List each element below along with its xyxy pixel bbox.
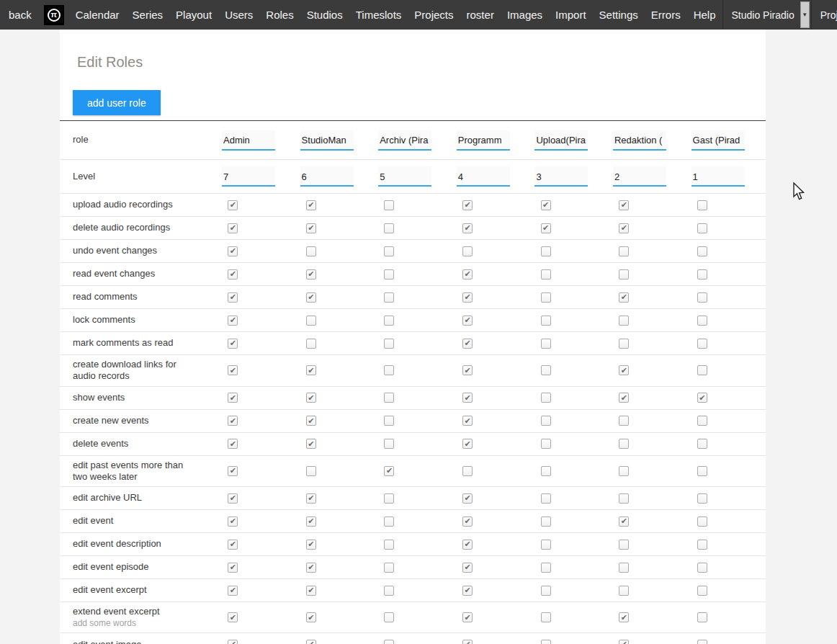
permission-checkbox[interactable] [462, 200, 473, 210]
role-name-input-2[interactable] [378, 130, 431, 151]
permission-checkbox[interactable] [619, 439, 629, 449]
permission-checkbox[interactable] [541, 316, 551, 326]
permission-checkbox[interactable] [228, 269, 238, 279]
nav-item-timeslots[interactable]: Timeslots [349, 0, 408, 30]
permission-checkbox[interactable] [541, 563, 551, 573]
nav-item-calendar[interactable]: Calendar [69, 0, 126, 30]
permission-checkbox[interactable] [462, 563, 473, 573]
level-input-4[interactable] [534, 166, 588, 187]
nav-item-settings[interactable]: Settings [593, 0, 645, 30]
back-link[interactable]: back [0, 0, 39, 30]
level-input-3[interactable] [457, 166, 510, 187]
permission-checkbox[interactable] [541, 292, 551, 303]
permission-checkbox[interactable] [697, 246, 707, 256]
role-name-input-6[interactable] [691, 130, 745, 151]
permission-checkbox[interactable] [619, 269, 629, 279]
permission-checkbox[interactable] [306, 586, 316, 596]
permission-checkbox[interactable] [306, 365, 316, 375]
permission-checkbox[interactable] [697, 540, 707, 550]
nav-item-import[interactable]: Import [549, 0, 593, 30]
permission-checkbox[interactable] [462, 316, 473, 326]
permission-checkbox[interactable] [619, 292, 629, 303]
permission-checkbox[interactable] [541, 269, 551, 279]
permission-checkbox[interactable] [697, 393, 707, 403]
permission-checkbox[interactable] [541, 339, 551, 349]
permission-checkbox[interactable] [306, 246, 316, 256]
permission-checkbox[interactable] [306, 563, 316, 573]
permission-checkbox[interactable] [228, 439, 238, 449]
permission-checkbox[interactable] [228, 640, 238, 644]
permission-checkbox[interactable] [462, 416, 473, 426]
permission-checkbox[interactable] [384, 612, 394, 622]
level-input-5[interactable] [613, 166, 666, 187]
permission-checkbox[interactable] [228, 586, 238, 596]
nav-item-studios[interactable]: Studios [300, 0, 349, 30]
permission-checkbox[interactable] [697, 516, 707, 527]
permission-checkbox[interactable] [541, 416, 551, 426]
permission-checkbox[interactable] [384, 640, 394, 644]
add-user-role-button[interactable]: add user role [73, 90, 161, 115]
permission-checkbox[interactable] [619, 246, 629, 256]
permission-checkbox[interactable] [619, 416, 629, 426]
permission-checkbox[interactable] [541, 540, 551, 550]
permission-checkbox[interactable] [541, 200, 551, 210]
level-input-2[interactable] [378, 166, 431, 187]
permission-checkbox[interactable] [541, 586, 551, 596]
permission-checkbox[interactable] [462, 640, 473, 644]
piradio-logo-icon[interactable]: π [44, 5, 64, 25]
permission-checkbox[interactable] [228, 516, 238, 527]
permission-checkbox[interactable] [462, 612, 473, 622]
permission-checkbox[interactable] [697, 439, 707, 449]
permission-checkbox[interactable] [228, 223, 238, 233]
permission-checkbox[interactable] [462, 365, 473, 375]
permission-checkbox[interactable] [306, 316, 316, 326]
permission-checkbox[interactable] [697, 223, 707, 233]
permission-checkbox[interactable] [541, 516, 551, 527]
permission-checkbox[interactable] [462, 516, 473, 527]
permission-checkbox[interactable] [462, 292, 473, 303]
permission-checkbox[interactable] [306, 200, 316, 210]
nav-item-series[interactable]: Series [126, 0, 170, 30]
nav-item-help[interactable]: Help [687, 0, 722, 30]
permission-checkbox[interactable] [384, 339, 394, 349]
permission-checkbox[interactable] [462, 246, 473, 256]
permission-checkbox[interactable] [462, 223, 473, 233]
permission-checkbox[interactable] [697, 316, 707, 326]
level-input-6[interactable] [691, 166, 745, 187]
permission-checkbox[interactable] [619, 200, 629, 210]
permission-checkbox[interactable] [384, 466, 394, 476]
role-name-input-0[interactable] [222, 130, 275, 151]
permission-checkbox[interactable] [306, 612, 316, 622]
permission-checkbox[interactable] [619, 612, 629, 622]
permission-checkbox[interactable] [697, 200, 707, 210]
permission-checkbox[interactable] [228, 246, 238, 256]
nav-item-projects[interactable]: Projects [408, 0, 460, 30]
level-input-0[interactable] [222, 166, 275, 187]
permission-checkbox[interactable] [228, 466, 238, 476]
permission-checkbox[interactable] [697, 292, 707, 303]
permission-checkbox[interactable] [306, 223, 316, 233]
permission-checkbox[interactable] [697, 269, 707, 279]
permission-checkbox[interactable] [462, 339, 473, 349]
permission-checkbox[interactable] [619, 339, 629, 349]
permission-checkbox[interactable] [619, 365, 629, 375]
permission-checkbox[interactable] [541, 640, 551, 644]
studio-select[interactable]: Studio Piradio ▼ [722, 0, 811, 30]
permission-checkbox[interactable] [619, 540, 629, 550]
permission-checkbox[interactable] [384, 540, 394, 550]
chevron-down-icon[interactable]: ▼ [800, 1, 810, 28]
permission-checkbox[interactable] [384, 269, 394, 279]
role-name-input-4[interactable] [534, 130, 588, 151]
permission-checkbox[interactable] [306, 540, 316, 550]
permission-checkbox[interactable] [462, 493, 473, 504]
permission-checkbox[interactable] [306, 339, 316, 349]
nav-item-roles[interactable]: Roles [259, 0, 300, 30]
permission-checkbox[interactable] [228, 393, 238, 403]
permission-checkbox[interactable] [306, 416, 316, 426]
permission-checkbox[interactable] [306, 393, 316, 403]
nav-item-errors[interactable]: Errors [645, 0, 687, 30]
permission-checkbox[interactable] [697, 586, 707, 596]
role-name-input-5[interactable] [613, 130, 666, 151]
permission-checkbox[interactable] [541, 393, 551, 403]
permission-checkbox[interactable] [306, 640, 316, 644]
